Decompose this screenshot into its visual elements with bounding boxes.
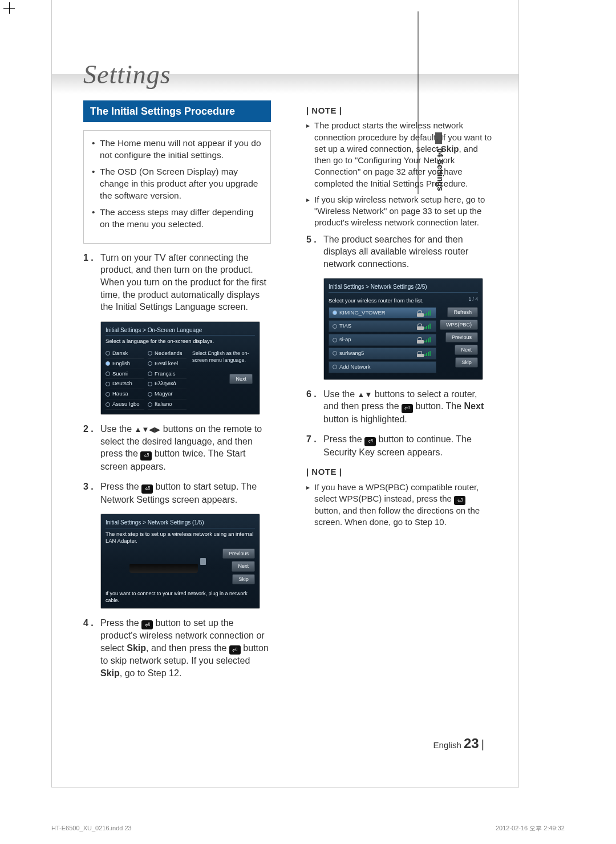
breadcrumb: Initial Settings > Network Settings (2/5…	[329, 283, 478, 293]
language-option[interactable]: Eesti keel	[148, 359, 187, 369]
intro-box: The Home menu will not appear if you do …	[83, 130, 271, 243]
lock-icon	[418, 324, 422, 329]
page-footer: English 23 |	[433, 734, 484, 753]
note-item: If you have a WPS(PBC) compatible router…	[306, 482, 494, 528]
enter-icon: ⏎	[141, 484, 153, 494]
step-2: 2 . Use the ▲▼◀▶ buttons on the remote t…	[83, 423, 271, 473]
step-3: 3 . Press the ⏎ button to start setup. T…	[83, 480, 271, 506]
device-illustration	[129, 564, 198, 573]
print-marks: HT-E6500_XU_0216.indd 23 2012-02-16 오후 2…	[51, 824, 565, 833]
header-shadow	[52, 74, 518, 94]
signal-icon	[424, 351, 432, 356]
enter-icon: ⏎	[229, 645, 241, 655]
enter-icon: ⏎	[402, 404, 413, 413]
radio-icon	[148, 382, 152, 386]
step-6: 6 . Use the ▲▼ buttons to select a route…	[306, 388, 494, 426]
side-hint-text: Select English as the on-screen menu lan…	[192, 350, 253, 364]
wifi-network-row[interactable]: si-ap	[329, 334, 436, 346]
language-option[interactable]: Nederlands	[148, 349, 187, 359]
radio-icon	[333, 365, 337, 369]
step-4: 4 . Press the ⏎ button to set up the pro…	[83, 617, 271, 680]
radio-icon	[106, 351, 110, 356]
wifi-network-row[interactable]: surlwang5	[329, 348, 436, 360]
radio-icon	[333, 338, 337, 342]
page-indicator: 1 / 4	[468, 296, 478, 302]
refresh-button[interactable]: Refresh	[447, 307, 478, 317]
instruction-text: The next step is to set up a wireless ne…	[106, 531, 255, 546]
section-header: The Initial Settings Procedure	[83, 100, 271, 122]
signal-icon	[424, 310, 432, 316]
radio-icon	[148, 392, 152, 397]
wifi-network-row[interactable]: KIMING_VTOWER	[329, 307, 436, 319]
language-option[interactable]: Italiano	[148, 399, 187, 410]
radio-icon	[106, 382, 110, 386]
note-header: | NOTE |	[306, 466, 494, 478]
language-option[interactable]: Asusu Igbo	[106, 399, 144, 410]
step-1: 1 . Turn on your TV after connecting the…	[83, 252, 271, 313]
arrow-icons: ▲▼◀▶	[135, 425, 161, 434]
language-option[interactable]: Français	[148, 369, 187, 379]
intro-bullet: The OSD (On Screen Display) may change i…	[92, 166, 262, 202]
radio-icon	[106, 402, 110, 407]
radio-icon	[148, 351, 152, 356]
radio-icon	[106, 361, 110, 366]
intro-bullet: The access steps may differ depending on…	[92, 207, 262, 231]
breadcrumb: Initial Settings > Network Settings (1/5…	[106, 519, 255, 528]
language-option[interactable]: Deutsch	[106, 379, 144, 389]
note-header: | NOTE |	[306, 105, 494, 116]
step-text: Turn on your TV after connecting the pro…	[100, 253, 266, 312]
radio-icon	[333, 351, 337, 356]
radio-icon	[333, 324, 337, 329]
footnote: If you want to connect to your wired net…	[106, 590, 255, 604]
language-option[interactable]: English	[106, 359, 144, 369]
signal-icon	[424, 337, 432, 342]
skip-button[interactable]: Skip	[455, 357, 478, 368]
screenshot-network-1: Initial Settings > Network Settings (1/5…	[100, 514, 260, 609]
instruction-text: Select your wireless router from the lis…	[329, 297, 423, 305]
note-item: If you skip wireless network setup here,…	[306, 194, 494, 229]
language-option[interactable]: Suomi	[106, 369, 144, 379]
lock-icon	[418, 351, 422, 356]
wpspbc-button[interactable]: WPS(PBC)	[440, 320, 478, 330]
next-button[interactable]: Next	[232, 561, 255, 571]
step-7: 7 . Press the ⏎ button to continue. The …	[306, 433, 494, 458]
language-option[interactable]: Ελληνικά	[148, 379, 187, 389]
arrow-icons: ▲▼	[358, 390, 372, 399]
skip-button[interactable]: Skip	[232, 574, 255, 584]
screenshot-network-2: Initial Settings > Network Settings (2/5…	[323, 278, 483, 379]
language-option[interactable]: Magyar	[148, 389, 187, 399]
previous-button[interactable]: Previous	[222, 548, 255, 559]
lock-icon	[418, 337, 422, 342]
language-option[interactable]: Hausa	[106, 389, 144, 399]
next-button[interactable]: Next	[455, 345, 478, 355]
radio-icon	[148, 361, 152, 366]
note-item: The product starts the wireless network …	[306, 120, 494, 189]
radio-icon	[106, 392, 110, 397]
signal-icon	[424, 324, 432, 329]
radio-icon	[106, 371, 110, 376]
instruction-text: Select a language for the on-screen disp…	[106, 338, 255, 345]
enter-icon: ⏎	[141, 620, 153, 629]
radio-icon	[148, 371, 152, 376]
language-option[interactable]: Dansk	[106, 349, 144, 359]
enter-icon: ⏎	[364, 437, 376, 446]
next-button[interactable]: Next	[229, 374, 253, 384]
enter-icon: ⏎	[140, 451, 152, 461]
manual-page: Settings 04 Settings The Initial Setting…	[51, 0, 519, 788]
enter-icon: ⏎	[454, 496, 465, 505]
screenshot-language: Initial Settings > On-Screen Language Se…	[100, 321, 260, 415]
previous-button[interactable]: Previous	[445, 332, 478, 342]
radio-icon	[333, 310, 337, 315]
breadcrumb: Initial Settings > On-Screen Language	[106, 326, 255, 336]
radio-icon	[148, 402, 152, 407]
right-column: | NOTE | The product starts the wireless…	[306, 100, 494, 688]
wifi-network-row[interactable]: TIAS	[329, 320, 436, 332]
intro-bullet: The Home menu will not appear if you do …	[92, 138, 262, 161]
step-5: 5 . The product searches for and then di…	[306, 233, 494, 270]
lock-icon	[418, 310, 422, 316]
left-column: The Initial Settings Procedure The Home …	[83, 100, 271, 688]
wifi-network-row[interactable]: Add Network	[329, 361, 436, 373]
